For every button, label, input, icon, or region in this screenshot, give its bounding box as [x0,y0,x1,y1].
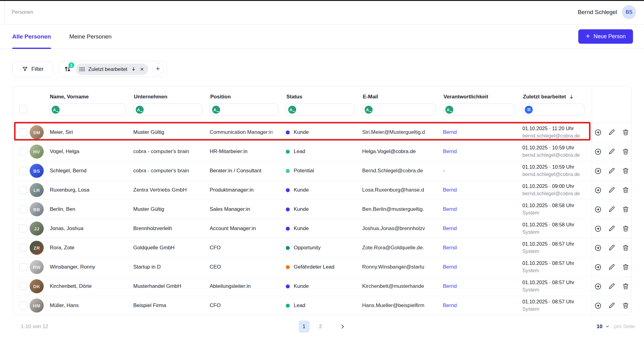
open-record-button[interactable] [594,225,602,233]
new-person-button[interactable]: + Neue Person [578,29,633,44]
edit-button[interactable] [608,148,616,155]
page-size-select[interactable]: 10 [597,324,610,330]
select-all-checkbox[interactable] [19,106,27,114]
last-edited-filter-input[interactable] [522,104,584,116]
table-row[interactable]: ZR Rora, Zote Goldquelle GmbH CFO Opport… [13,238,631,257]
responsible-link[interactable]: Bernd [443,129,457,135]
responsible-link[interactable]: Bernd [443,187,457,193]
row-checkbox[interactable] [19,167,27,175]
edit-button[interactable] [608,129,616,136]
avatar-initials: JJ [34,226,39,231]
row-checkbox[interactable] [19,282,27,290]
cell-actions [592,277,631,296]
responsible-link[interactable]: Bernd [443,206,457,212]
table-row[interactable]: HM Müller, Hans Beispiel Firma CFO Lead … [13,296,631,315]
row-checkbox[interactable] [19,263,27,271]
edit-button[interactable] [608,283,616,290]
responsible-link[interactable]: Bernd [443,245,457,251]
responsible-link[interactable]: Bernd [443,148,457,154]
row-checkbox[interactable] [19,186,27,194]
delete-button[interactable] [622,244,629,251]
remove-sort-icon[interactable] [140,67,144,71]
column-label[interactable]: Zuletzt bearbeitet [523,94,584,100]
avatar-initials: RW [33,265,41,270]
edit-button[interactable] [608,186,616,194]
delete-button[interactable] [622,129,629,136]
open-record-button[interactable] [594,129,602,136]
table-row[interactable]: SM Meier, Siri Muster Gültig Communicati… [13,123,631,142]
table-row[interactable]: DK Kirchenbett, Dörte Musterhandel GmbH … [13,277,631,296]
table-row[interactable]: RW Winsbanger, Ronny Startup in D CEO Ge… [13,257,631,277]
column-label[interactable]: Name, Vorname [50,94,126,100]
row-avatar-cell: DK [30,279,49,293]
column-label[interactable]: Position [210,94,278,100]
responsible-link[interactable]: Bernd [443,302,457,308]
open-record-button[interactable] [594,263,602,271]
cell-responsibility: Bernd [443,129,522,135]
table-row[interactable]: JJ Jonas, Joshua Brennholzverleih Accoun… [13,219,631,238]
edit-button[interactable] [608,244,616,251]
delete-button[interactable] [622,225,629,232]
open-record-button[interactable] [594,167,602,175]
company-filter-input[interactable]: A [133,104,202,116]
column-label[interactable]: Verantwortlichkeit [443,94,515,100]
tab-meine-personen[interactable]: Meine Personen [69,24,112,49]
edit-button[interactable] [608,263,616,271]
email-filter-input[interactable]: A [362,104,436,116]
row-checkbox[interactable] [19,225,27,233]
row-checkbox[interactable] [19,148,27,156]
delete-button[interactable] [622,283,629,290]
cell-status: Lead [286,148,362,155]
open-record-button[interactable] [594,283,602,290]
sort-direction-icon[interactable] [131,66,136,72]
sort-button[interactable]: 1 [63,65,72,73]
delete-button[interactable] [622,167,629,174]
status-filter-input[interactable]: A [286,104,355,116]
responsible-link[interactable]: Bernd [443,264,457,270]
sort-chip[interactable]: Zuletzt bearbeitet [76,64,148,75]
open-record-button[interactable] [594,244,602,252]
open-record-button[interactable] [594,148,602,156]
edit-button[interactable] [608,206,616,213]
responsible-link[interactable]: Bernd [443,283,457,289]
table-row[interactable]: BB Berlin, Ben Muster Gültig Sales Manag… [13,200,631,219]
delete-button[interactable] [622,186,629,194]
table-row[interactable]: HV Vogel, Helga cobra - computer's brain… [13,142,631,161]
position-filter-input[interactable]: A [210,104,278,116]
user-avatar[interactable]: BS [622,5,636,19]
table-row[interactable]: LR Ruxenburg, Losa Zentra Vertriebs GmbH… [13,180,631,200]
responsible-link[interactable]: Bernd [443,225,457,231]
avatar-initials: LR [34,188,40,193]
responsibility-filter-input[interactable]: A [443,104,515,116]
filter-button[interactable]: Filter [12,61,53,77]
name-filter-input[interactable]: A [49,104,126,116]
cell-company: cobra - computer's brain [133,148,210,155]
next-page-icon[interactable] [340,324,346,330]
open-record-button[interactable] [594,186,602,194]
open-record-button[interactable] [594,302,602,310]
row-checkbox[interactable] [19,244,27,252]
table-row[interactable]: BS Schlegel, Bernd cobra - computer's br… [13,161,631,180]
edit-button[interactable] [608,302,616,309]
avatar: SM [30,125,44,139]
column-label[interactable]: E-Mail [363,94,436,100]
edit-button[interactable] [608,167,616,174]
page-button-1[interactable]: 1 [299,321,310,333]
open-record-button[interactable] [594,206,602,213]
delete-button[interactable] [622,263,629,271]
row-checkbox[interactable] [19,302,27,310]
page-button-2[interactable]: 2 [315,321,326,333]
row-checkbox[interactable] [19,205,27,213]
column-label[interactable]: Status [286,94,355,100]
delete-button[interactable] [622,206,629,213]
column-label[interactable]: Unternehmen [134,94,202,100]
responsible-link[interactable]: - [443,168,445,174]
add-sort-button[interactable]: + [152,63,164,75]
delete-button[interactable] [622,302,629,309]
edit-button[interactable] [608,225,616,232]
sort-desc-icon[interactable] [569,94,574,100]
row-checkbox[interactable] [19,128,27,136]
tab-alle-personen[interactable]: Alle Personen [12,24,51,49]
delete-button[interactable] [622,148,629,155]
row-checkbox-cell [13,225,30,233]
